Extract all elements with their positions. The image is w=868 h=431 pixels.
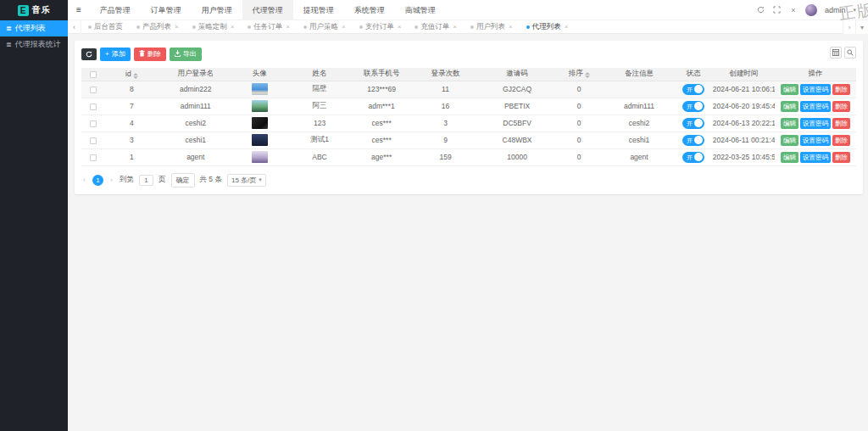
tab-user-strategy[interactable]: 用户策略 × [297, 20, 353, 34]
cell-created: 2024-06-11 00:21:49 [713, 132, 775, 148]
sort-icon[interactable] [133, 73, 138, 79]
nav-item-agents[interactable]: 代理管理 [242, 0, 293, 20]
nav-item-system[interactable]: 系统管理 [344, 0, 395, 20]
tab-agent-list[interactable]: 代理列表 × [520, 20, 576, 34]
row-avatar[interactable] [252, 100, 268, 112]
status-toggle[interactable]: 开 [682, 152, 704, 163]
tabs-menu-icon[interactable]: ▾ [855, 20, 868, 34]
sort-icon[interactable] [585, 72, 590, 78]
page-size-select[interactable]: 15 条/页 ▾ [227, 174, 266, 187]
add-button[interactable]: + 添加 [100, 48, 131, 61]
tabs-scroll-left-icon[interactable]: ‹ [68, 20, 81, 34]
row-avatar[interactable] [252, 134, 268, 146]
tab-close-icon[interactable]: × [398, 23, 402, 31]
user-avatar[interactable] [805, 4, 817, 16]
nav-item-withdraw[interactable]: 提现管理 [293, 0, 344, 20]
row-delete-button[interactable]: 删除 [832, 84, 850, 95]
delete-button-label: 删除 [147, 50, 161, 59]
set-password-button[interactable]: 设置密码 [800, 135, 831, 146]
tab-close-icon[interactable]: × [509, 23, 513, 31]
menu-fold-icon[interactable]: ≡ [68, 5, 90, 14]
column-filter-icon[interactable] [830, 47, 842, 59]
current-page[interactable]: 1 [92, 175, 103, 186]
tabs-scroll-right-icon[interactable]: › [843, 20, 855, 34]
search-icon[interactable] [844, 47, 856, 59]
select-all-checkbox[interactable] [90, 71, 97, 78]
prev-page-icon[interactable]: ‹ [81, 176, 87, 184]
tab-close-icon[interactable]: × [286, 23, 290, 31]
sidebar-item-agent-report[interactable]: ≣ 代理报表统计 [0, 36, 68, 53]
download-icon [175, 50, 181, 59]
row-checkbox[interactable] [90, 120, 97, 127]
next-page-icon[interactable]: › [108, 176, 114, 184]
col-id[interactable]: id [104, 68, 159, 81]
row-avatar[interactable] [252, 151, 268, 163]
delete-button[interactable]: 删除 [134, 48, 166, 61]
edit-button[interactable]: 编辑 [781, 152, 798, 163]
row-checkbox[interactable] [90, 104, 97, 110]
tab-dashboard[interactable]: 后台首页 [81, 20, 130, 34]
set-password-button[interactable]: 设置密码 [800, 84, 831, 95]
edit-button[interactable]: 编辑 [781, 84, 798, 95]
top-header: ≡ 产品管理 订单管理 用户管理 代理管理 提现管理 系统管理 商城管理 × a… [68, 0, 868, 20]
row-checkbox[interactable] [90, 154, 97, 161]
tab-pay-orders[interactable]: 支付订单 × [353, 20, 409, 34]
col-sort[interactable]: 排序 [554, 68, 604, 81]
tab-close-icon[interactable]: × [231, 23, 235, 31]
tab-label: 策略定制 [198, 22, 227, 32]
tab-strategy-custom[interactable]: 策略定制 × [186, 20, 242, 34]
status-toggle[interactable]: 开 [682, 135, 704, 146]
tab-product-list[interactable]: 产品列表 × [130, 20, 186, 34]
jump-suffix-label: 页 [159, 175, 166, 185]
tab-dot-icon [303, 25, 307, 29]
cell-login-count: 159 [410, 148, 480, 165]
edit-button[interactable]: 编辑 [781, 101, 798, 112]
tab-user-list[interactable]: 用户列表 × [464, 20, 520, 34]
row-delete-button[interactable]: 删除 [832, 152, 850, 163]
sidebar-item-label: 代理列表 [15, 23, 46, 34]
cell-remark: ceshi1 [604, 132, 674, 148]
refresh-icon[interactable] [757, 6, 765, 14]
tab-close-icon[interactable]: × [342, 23, 346, 31]
sidebar-item-agent-list[interactable]: ≣ 代理列表 [0, 20, 68, 36]
row-checkbox[interactable] [90, 137, 97, 144]
row-delete-button[interactable]: 删除 [832, 101, 850, 112]
nav-item-products[interactable]: 产品管理 [90, 0, 141, 20]
row-delete-button[interactable]: 删除 [832, 135, 850, 146]
nav-item-mall[interactable]: 商城管理 [395, 0, 446, 20]
refresh-button[interactable] [81, 48, 97, 60]
total-count-label: 共 5 条 [200, 175, 222, 185]
main-content: + 添加 删除 导出 [68, 34, 868, 431]
row-avatar[interactable] [252, 117, 268, 129]
fullscreen-icon[interactable] [773, 6, 782, 14]
tab-close-icon[interactable]: × [175, 23, 179, 31]
status-toggle[interactable]: 开 [682, 118, 704, 129]
close-icon[interactable]: × [789, 6, 798, 14]
set-password-button[interactable]: 设置密码 [800, 118, 831, 129]
nav-item-orders[interactable]: 订单管理 [141, 0, 192, 20]
edit-button[interactable]: 编辑 [781, 118, 798, 129]
nav-item-users[interactable]: 用户管理 [192, 0, 242, 20]
cell-remark: admin111 [604, 98, 674, 115]
status-toggle[interactable]: 开 [682, 84, 704, 95]
tab-close-icon[interactable]: × [453, 23, 457, 31]
cell-created: 2024-06-21 10:06:19 [713, 81, 775, 98]
username[interactable]: admin [825, 6, 846, 14]
tab-recharge-orders[interactable]: 充值订单 × [408, 20, 464, 34]
row-checkbox[interactable] [90, 87, 97, 93]
tab-close-icon[interactable]: × [565, 23, 569, 31]
chevron-down-icon[interactable]: ▾ [853, 7, 856, 14]
tab-task-orders[interactable]: 任务订单 × [241, 20, 297, 34]
status-toggle[interactable]: 开 [682, 101, 704, 112]
export-button[interactable]: 导出 [170, 48, 202, 61]
tab-label: 后台首页 [94, 22, 123, 32]
row-delete-button[interactable]: 删除 [832, 118, 850, 129]
row-avatar[interactable] [252, 83, 268, 95]
edit-button[interactable]: 编辑 [781, 135, 798, 146]
tab-label: 产品列表 [142, 22, 171, 32]
confirm-button[interactable]: 确定 [171, 173, 195, 188]
set-password-button[interactable]: 设置密码 [800, 152, 831, 163]
page-jump-input[interactable] [139, 175, 153, 186]
col-invite-code: 邀请码 [481, 68, 554, 81]
set-password-button[interactable]: 设置密码 [800, 101, 831, 112]
